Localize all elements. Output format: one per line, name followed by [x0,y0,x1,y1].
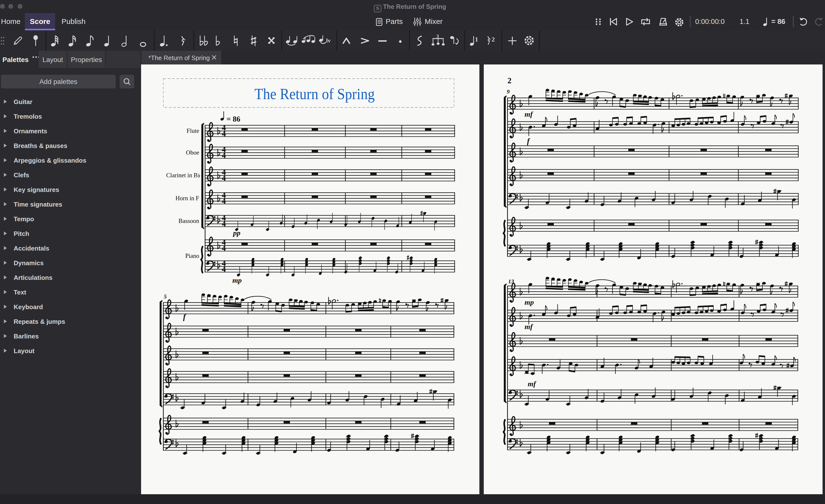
svg-text:mp: mp [232,276,241,284]
svg-text:Piano: Piano [185,253,199,259]
svg-text:4: 4 [222,129,226,138]
svg-text:lv: lv [326,38,331,44]
svg-text:4: 4 [222,151,226,160]
svg-text:Bassoon: Bassoon [178,218,199,224]
svg-text:2: 2 [492,36,495,43]
svg-text:The Return of Spring: The Return of Spring [254,85,375,102]
svg-text:4: 4 [222,219,226,228]
svg-text:f: f [527,137,530,145]
svg-text:4: 4 [222,265,226,274]
svg-text:Flute: Flute [186,128,199,134]
svg-text:4: 4 [222,173,226,183]
svg-text:mf: mf [525,322,533,331]
svg-text:5: 5 [163,293,166,300]
svg-text:9: 9 [507,88,510,95]
svg-text:mf: mf [528,380,536,388]
svg-text:Horn in F: Horn in F [175,195,199,202]
svg-text:Clarinet in B: Clarinet in B [166,172,198,178]
svg-text:13: 13 [508,278,514,284]
svg-text:mp: mp [525,298,534,306]
svg-text:Oboe: Oboe [186,149,199,156]
svg-text:pp: pp [232,229,240,237]
svg-text:4: 4 [222,244,226,253]
svg-text:= 86: = 86 [226,115,240,123]
svg-text:1: 1 [475,36,478,43]
svg-text:2: 2 [508,76,512,85]
svg-text:mf: mf [525,110,533,118]
svg-text:4: 4 [222,197,226,205]
